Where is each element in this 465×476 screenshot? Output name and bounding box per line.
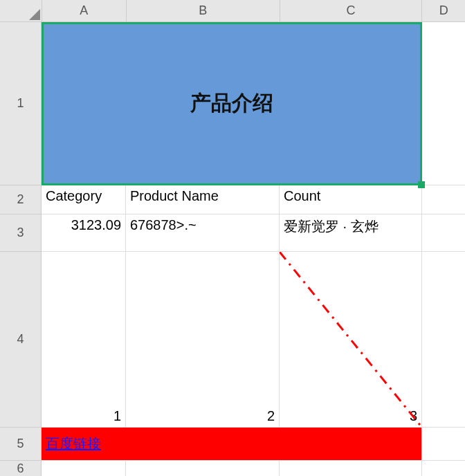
selection-fill-handle[interactable] [418, 181, 425, 188]
row-header-6[interactable]: 6 [0, 461, 42, 476]
cell-D1[interactable] [422, 22, 465, 185]
cell-C4[interactable]: 3 [280, 252, 422, 428]
row-label-1: 1 [17, 96, 24, 111]
cell-D3[interactable] [422, 214, 465, 252]
row-label-2: 2 [17, 192, 24, 207]
row-header-5[interactable]: 5 [0, 428, 42, 461]
col-label-A: A [80, 3, 88, 18]
col-label-C: C [346, 3, 355, 18]
title-text: 产品介绍 [190, 89, 273, 118]
cell-D5[interactable] [422, 428, 465, 461]
col-header-B[interactable]: B [127, 0, 280, 22]
column-headers: A B C D [0, 0, 465, 22]
cell-D2[interactable] [422, 185, 465, 214]
row-headers: 1 2 3 4 5 6 [0, 22, 42, 476]
title-cell[interactable]: 产品介绍 [42, 22, 422, 185]
header-count: Count [284, 188, 320, 204]
value-C3: 爱新觉罗 · 玄烨 [284, 217, 379, 236]
cell-A3[interactable]: 3123.09 [42, 214, 126, 252]
cell-C2[interactable]: Count [280, 185, 422, 214]
row-label-5: 5 [17, 437, 24, 451]
row-label-4: 4 [17, 332, 24, 347]
cell-A6[interactable] [42, 461, 126, 476]
value-C4: 3 [410, 408, 417, 424]
cell-D4[interactable] [422, 252, 465, 428]
select-all-corner[interactable] [0, 0, 42, 22]
header-product-name: Product Name [130, 188, 219, 204]
col-header-C[interactable]: C [280, 0, 423, 22]
col-label-D: D [439, 3, 448, 18]
row-header-1[interactable]: 1 [0, 22, 42, 185]
header-category: Category [46, 188, 102, 204]
svg-marker-0 [29, 9, 40, 20]
cell-A4[interactable]: 1 [42, 252, 126, 428]
baidu-link[interactable]: 百度链接 [46, 434, 101, 453]
row-header-3[interactable]: 3 [0, 214, 42, 252]
row-header-2[interactable]: 2 [0, 185, 42, 214]
value-B3: 676878>.~ [130, 217, 197, 233]
row-label-6: 6 [17, 461, 24, 476]
cell-B4[interactable]: 2 [126, 252, 280, 428]
value-B4: 2 [267, 408, 275, 424]
link-row[interactable]: 百度链接 [42, 428, 422, 461]
value-A3: 3123.09 [71, 217, 121, 233]
value-A4: 1 [113, 408, 121, 424]
col-label-B: B [199, 3, 207, 18]
spreadsheet: A B C D 1 2 3 4 5 6 产品介绍 Category Produc… [0, 0, 465, 476]
cell-C3[interactable]: 爱新觉罗 · 玄烨 [280, 214, 422, 252]
row-label-3: 3 [17, 226, 24, 240]
row-header-4[interactable]: 4 [0, 252, 42, 428]
cell-B3[interactable]: 676878>.~ [126, 214, 280, 252]
cell-B6[interactable] [126, 461, 280, 476]
cell-D6[interactable] [422, 461, 465, 476]
select-all-triangle-icon [29, 9, 40, 20]
col-header-A[interactable]: A [42, 0, 127, 22]
cell-C6[interactable] [280, 461, 422, 476]
cell-B2[interactable]: Product Name [126, 185, 280, 214]
link-text: 百度链接 [46, 436, 101, 451]
cell-A2[interactable]: Category [42, 185, 126, 214]
col-header-D[interactable]: D [422, 0, 465, 22]
